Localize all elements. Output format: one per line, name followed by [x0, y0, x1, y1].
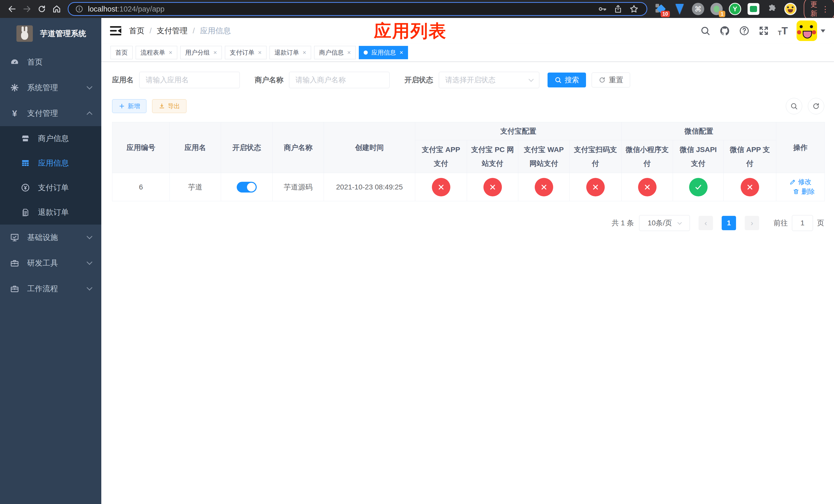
page-size-select[interactable]: 10条/页: [639, 215, 690, 231]
search-submit-button[interactable]: 搜索: [548, 72, 586, 87]
github-button[interactable]: [719, 25, 730, 36]
question-icon: [739, 25, 750, 36]
breadcrumb-payment[interactable]: 支付管理: [157, 26, 188, 36]
next-page-button[interactable]: ›: [745, 216, 759, 230]
group-header-alipay: 支付宝配置: [415, 122, 622, 140]
sidebar: 芋道管理系统 首页 系统管理 ¥ 支付管理 商户信息: [0, 18, 101, 504]
extension-badge: 10: [661, 11, 670, 17]
caret-down-icon: [821, 29, 825, 35]
profile-avatar-button[interactable]: [784, 2, 797, 16]
merchant-name-input[interactable]: [289, 72, 390, 88]
password-key-button[interactable]: [596, 3, 608, 15]
tab-user-group[interactable]: 用户分组 ×: [180, 46, 222, 59]
sidebar-item-app-info[interactable]: 应用信息: [0, 151, 101, 175]
close-icon[interactable]: ×: [169, 49, 172, 56]
chat-icon: [748, 3, 760, 15]
toggle-search-button[interactable]: [786, 98, 802, 114]
sidebar-logo[interactable]: 芋道管理系统: [0, 18, 101, 49]
extension-icon-command[interactable]: ⌘: [692, 2, 705, 16]
close-icon[interactable]: ×: [303, 49, 306, 56]
sidebar-item-home[interactable]: 首页: [0, 49, 101, 75]
tab-refund-orders[interactable]: 退款订单 ×: [269, 46, 311, 59]
app-table: 应用编号 应用名 开启状态 商户名称 创建时间 支付宝配置 微信配置 操作 支付…: [112, 122, 825, 201]
site-info-icon[interactable]: [75, 5, 83, 13]
close-icon[interactable]: ×: [258, 49, 262, 56]
browser-home-button[interactable]: [49, 2, 64, 17]
tab-merchant-info[interactable]: 商户信息 ×: [314, 46, 356, 59]
key-icon: [597, 4, 607, 14]
extensions-menu-button[interactable]: [765, 2, 778, 16]
extension-icon-chat[interactable]: [747, 2, 760, 16]
sidebar-item-pay-orders[interactable]: 支付订单: [0, 175, 101, 200]
sidebar-item-label: 支付管理: [27, 108, 58, 119]
tab-app-info[interactable]: 应用信息 ×: [359, 46, 408, 59]
sidebar-item-dev-tools[interactable]: 研发工具: [0, 250, 101, 276]
col-header-app-name: 应用名: [170, 122, 221, 173]
col-header-wx-app: 微信 APP 支付: [724, 140, 776, 173]
page-number-1[interactable]: 1: [722, 216, 736, 230]
sidebar-item-payment[interactable]: ¥ 支付管理: [0, 100, 101, 126]
extension-icon-tabs[interactable]: 10: [655, 2, 668, 16]
refresh-icon: [812, 102, 820, 110]
tab-process-form[interactable]: 流程表单 ×: [136, 46, 177, 59]
sidebar-item-label: 基础设施: [27, 232, 58, 243]
prev-page-button[interactable]: ‹: [699, 216, 713, 230]
sidebar-item-system[interactable]: 系统管理: [0, 75, 101, 100]
sidebar-item-refund-orders[interactable]: 退款订单: [0, 200, 101, 225]
monitor-icon: [10, 232, 20, 242]
cell-wx-app: [724, 173, 776, 201]
share-icon: [613, 4, 623, 14]
pagination-total: 共 1 条: [612, 218, 634, 228]
breadcrumb-separator: /: [193, 26, 195, 35]
status-toggle[interactable]: [237, 182, 257, 192]
extension-icon-recorder[interactable]: 1: [710, 2, 723, 16]
sidebar-item-infra[interactable]: 基础设施: [0, 225, 101, 250]
browser-forward-button[interactable]: [20, 2, 35, 17]
chevron-down-icon: [529, 77, 534, 82]
export-button[interactable]: 导出: [152, 99, 186, 113]
share-button[interactable]: [612, 3, 624, 15]
channel-status-icon: [741, 178, 759, 197]
cell-wx-lite: [622, 173, 673, 201]
font-size-button[interactable]: TT: [778, 25, 788, 37]
chevron-down-icon: [87, 259, 93, 265]
yen-circle-icon: [21, 183, 30, 192]
url-host: localhost: [88, 5, 117, 13]
user-menu[interactable]: [796, 21, 825, 41]
reset-button[interactable]: 重置: [592, 72, 630, 87]
refresh-table-button[interactable]: [808, 98, 824, 114]
search-button[interactable]: [700, 25, 711, 36]
help-button[interactable]: [739, 25, 750, 36]
fullscreen-button[interactable]: [758, 25, 769, 36]
edit-link[interactable]: 修改: [789, 177, 811, 186]
add-button[interactable]: 新增: [112, 99, 147, 113]
extension-icon-y[interactable]: Y: [728, 2, 742, 16]
close-icon[interactable]: ×: [347, 49, 351, 56]
tab-home[interactable]: 首页 ×: [111, 46, 133, 59]
sidebar-item-merchant-info[interactable]: 商户信息: [0, 126, 101, 151]
sidebar-item-label: 商户信息: [38, 133, 69, 144]
tab-pay-orders[interactable]: 支付订单 ×: [225, 46, 266, 59]
close-icon[interactable]: ×: [399, 49, 403, 56]
sidebar-item-workflow[interactable]: 工作流程: [0, 276, 101, 301]
cell-wx-jsapi: [673, 173, 724, 201]
browser-menu-kebab-icon[interactable]: ⋮: [821, 5, 829, 14]
top-navbar: 首页 / 支付管理 / 应用信息 应用列表: [101, 18, 834, 44]
app-name-input[interactable]: [139, 72, 240, 88]
breadcrumb-home[interactable]: 首页: [129, 26, 145, 36]
extension-badge: 1: [719, 11, 725, 17]
close-icon[interactable]: ×: [213, 49, 217, 56]
col-header-status: 开启状态: [221, 122, 272, 173]
url-bar[interactable]: localhost:1024/pay/app: [68, 2, 647, 16]
breadcrumb-separator: /: [150, 26, 152, 35]
extension-icon-kite[interactable]: [673, 2, 686, 16]
browser-back-button[interactable]: [5, 2, 20, 17]
goto-page-input[interactable]: [792, 215, 813, 231]
status-select[interactable]: 请选择开启状态: [439, 72, 539, 88]
sidebar-fold-icon[interactable]: [110, 26, 121, 36]
browser-reload-button[interactable]: [35, 2, 49, 17]
bookmark-star-button[interactable]: [628, 3, 640, 15]
col-header-actions: 操作: [776, 122, 825, 173]
sidebar-item-label: 首页: [27, 57, 43, 67]
delete-link[interactable]: 删除: [793, 187, 815, 196]
